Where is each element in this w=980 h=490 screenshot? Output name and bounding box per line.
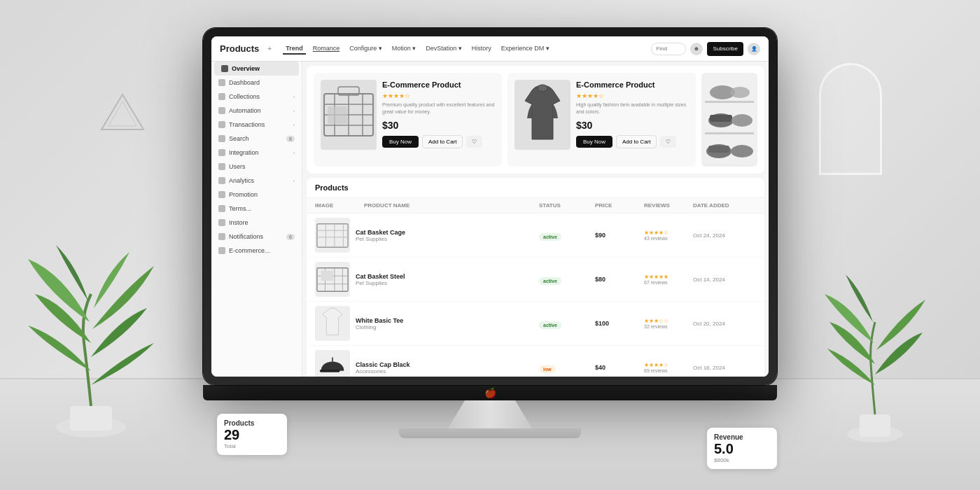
buy-now-button-2[interactable]: Buy Now — [576, 136, 612, 148]
page-area: E-Commerce Product ★★★★☆ Premium quality… — [302, 62, 769, 377]
featured-info-2: E-Commerce Product ★★★★☆ High quality fa… — [576, 80, 689, 160]
chevron-right-icon5: › — [293, 178, 295, 183]
sidebar-item-users[interactable]: Users — [211, 160, 302, 174]
desk-card-title-right: Revenue — [714, 433, 770, 441]
plug-icon — [218, 149, 225, 156]
nav-bar: Products + Trend Romance Configure ▾ Mot… — [211, 36, 769, 62]
nav-link-trend[interactable]: Trend — [283, 43, 306, 55]
product-status-3: low — [539, 361, 595, 374]
svg-point-21 — [708, 113, 734, 127]
product-status-1: active — [539, 273, 595, 286]
svg-rect-18 — [705, 132, 754, 134]
sidebar-item-overview[interactable]: Overview — [214, 62, 299, 76]
sidebar-item-transactions[interactable]: Transactions › — [211, 118, 302, 132]
notif-badge: 6 — [286, 234, 295, 240]
col-header-date: Date Added — [693, 202, 756, 209]
nav-link-romance[interactable]: Romance — [310, 43, 343, 55]
desk-card-products: Products 29 Total — [217, 414, 287, 455]
nav-plus: + — [267, 45, 272, 52]
product-date-3: Oct 18, 2024 — [693, 365, 756, 371]
nav-link-history[interactable]: History — [469, 43, 494, 55]
subscribe-button[interactable]: Subscribe — [707, 42, 743, 56]
nav-user-icon: ⊕ — [690, 43, 703, 55]
sidebar-item-ecommerce[interactable]: E-commerce... — [211, 244, 302, 258]
featured-price-2: $30 — [576, 120, 689, 131]
nav-right: ⊕ Subscribe 👤 — [651, 42, 760, 56]
main-content: Overview Dashboard Collections › Automat… — [211, 62, 769, 377]
svg-point-19 — [710, 85, 735, 99]
svg-marker-2 — [102, 94, 144, 130]
status-badge-0: active — [539, 233, 561, 241]
sidebar-item-terms[interactable]: Terms... — [211, 202, 302, 216]
nav-link-motion[interactable]: Motion ▾ — [389, 43, 419, 55]
product-date-2: Oct 20, 2024 — [693, 321, 756, 327]
nav-logo: Products — [220, 43, 259, 54]
sidebar-item-automation[interactable]: Automation › — [211, 104, 302, 118]
sidebar-item-notifications[interactable]: Notifications 6 — [211, 230, 302, 244]
featured-desc-2: High quality fashion item available in m… — [576, 102, 689, 115]
buy-now-button-1[interactable]: Buy Now — [382, 136, 419, 148]
sidebar-item-integration[interactable]: Integration › — [211, 146, 302, 160]
featured-title-2: E-Commerce Product — [576, 80, 689, 90]
sidebar-item-dashboard[interactable]: Dashboard — [211, 76, 302, 90]
svg-rect-40 — [320, 370, 340, 372]
featured-image-2 — [514, 80, 570, 150]
nav-link-devstation[interactable]: DevStation ▾ — [423, 43, 465, 55]
featured-image-1 — [321, 80, 377, 150]
sidebar-item-collections[interactable]: Collections › — [211, 90, 302, 104]
product-reviews-2: ★★★☆☆ 32 reviews — [644, 318, 693, 329]
svg-rect-14 — [328, 106, 347, 124]
featured-info-1: E-Commerce Product ★★★★☆ Premium quality… — [382, 80, 495, 160]
nav-link-configure[interactable]: Configure ▾ — [346, 43, 385, 55]
product-reviews-0: ★★★★☆ 43 reviews — [644, 230, 693, 241]
product-thumb-1 — [315, 262, 350, 297]
add-to-cart-button-2[interactable]: Add to Cart — [616, 135, 657, 148]
col-header-name: Product Name — [364, 202, 539, 209]
col-header-image: Image — [315, 202, 364, 209]
table-header: Products — [307, 178, 764, 198]
table-row: Classic Cap Black Accessories low $40 ★★… — [307, 346, 764, 377]
nav-link-exp[interactable]: Experience DM ▾ — [498, 43, 552, 55]
terms-icon — [218, 205, 225, 212]
featured-desc-1: Premium quality product with excellent f… — [382, 102, 495, 115]
sidebar: Overview Dashboard Collections › Automat… — [211, 62, 302, 377]
table-row: White Basic Tee Clothing active $100 ★★★… — [307, 302, 764, 346]
svg-rect-5 — [860, 414, 890, 437]
featured-card-1: E-Commerce Product ★★★★☆ Premium quality… — [314, 73, 502, 167]
wishlist-button-1[interactable]: ♡ — [466, 136, 482, 148]
nav-search-input[interactable] — [651, 43, 686, 55]
desk-card-revenue: Revenue 5.0 $800k — [707, 428, 777, 469]
featured-price-1: $30 — [382, 120, 495, 131]
grid-icon — [221, 65, 228, 72]
sidebar-item-instore[interactable]: Instore — [211, 216, 302, 230]
svg-rect-1 — [70, 406, 112, 430]
imac-stand-base — [399, 428, 581, 438]
imac-stand-neck — [448, 400, 532, 428]
svg-point-4 — [847, 426, 903, 442]
table-title: Products — [315, 183, 349, 192]
col-header-price: Price — [595, 202, 644, 209]
table-col-headers: Image Product Name Status Price Reviews … — [307, 198, 764, 214]
featured-section: E-Commerce Product ★★★★☆ Premium quality… — [307, 66, 764, 174]
product-date-1: Oct 14, 2024 — [693, 276, 756, 283]
add-to-cart-button-1[interactable]: Add to Cart — [422, 135, 463, 148]
col-header-reviews: Reviews — [644, 202, 693, 209]
imac-chin: 🍎 — [203, 385, 777, 400]
product-price-0: $90 — [595, 232, 644, 239]
sidebar-item-analytics[interactable]: Analytics › — [211, 174, 302, 188]
sidebar-item-promotion[interactable]: Promotion — [211, 188, 302, 202]
desk-card-sub-right: $800k — [714, 457, 770, 463]
bell-icon — [218, 233, 225, 240]
shoe-shelf-image — [701, 73, 757, 167]
imac-screen-bezel: Products + Trend Romance Configure ▾ Mot… — [203, 28, 777, 385]
featured-title-1: E-Commerce Product — [382, 80, 495, 90]
svg-point-23 — [732, 114, 752, 127]
imac-screen: Products + Trend Romance Configure ▾ Mot… — [211, 36, 769, 377]
svg-rect-13 — [338, 87, 359, 95]
wishlist-button-2[interactable]: ♡ — [660, 136, 676, 148]
svg-rect-6 — [324, 94, 373, 136]
sidebar-item-search[interactable]: Search 8 — [211, 132, 302, 146]
tx-icon — [218, 121, 225, 128]
chart-icon — [218, 177, 225, 184]
product-price-2: $100 — [595, 320, 644, 327]
